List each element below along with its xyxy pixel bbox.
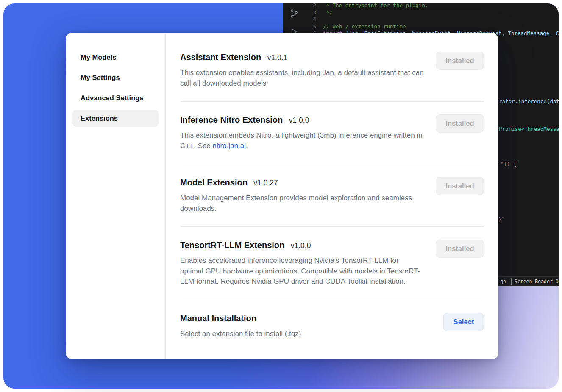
extension-row-model: Model Extension v1.0.27 Model Management…: [180, 164, 484, 227]
statusbar-screen-reader[interactable]: Screen Reader Optimized: [511, 278, 559, 285]
installed-button[interactable]: Installed: [436, 240, 484, 258]
settings-sidebar: My Models My Settings Advanced Settings …: [66, 33, 166, 359]
extension-row-assistant: Assistant Extension v1.0.1 This extensio…: [180, 52, 484, 102]
sidebar-item-advanced-settings[interactable]: Advanced Settings: [72, 90, 159, 106]
code-line: 4: [303, 16, 559, 23]
line-number: 4: [303, 16, 316, 23]
manual-installation-title: Manual Installation: [180, 314, 256, 323]
installed-button[interactable]: Installed: [436, 114, 484, 133]
extension-version: v1.0.27: [253, 179, 278, 187]
code-fragment: rator.inference(data));: [499, 98, 559, 105]
extension-description: This extension embeds Nitro, a lightweig…: [180, 130, 424, 151]
nitro-jan-ai-link[interactable]: nitro.jan.ai: [213, 142, 246, 150]
sidebar-item-my-models[interactable]: My Models: [72, 49, 159, 66]
manual-installation-description: Select an extension file to install (.tg…: [180, 329, 301, 340]
extension-description: Model Management Extension provides mode…: [180, 193, 424, 214]
line-number: 5: [303, 23, 316, 30]
sidebar-item-extensions[interactable]: Extensions: [72, 110, 159, 127]
source-control-icon[interactable]: [289, 8, 299, 20]
line-number: 3: [303, 9, 316, 17]
extension-name: TensortRT-LLM Extension: [180, 240, 284, 250]
code-lines: 2 * The entrypoint for the plugin. 3 */ …: [303, 3, 559, 37]
extensions-panel: Assistant Extension v1.0.1 This extensio…: [166, 33, 498, 359]
extension-version: v1.0.0: [289, 116, 309, 124]
statusbar-item-go[interactable]: go: [500, 279, 506, 284]
extension-version: v1.0.1: [267, 53, 288, 62]
code-line: 5 // Web / extension runtime: [303, 23, 559, 30]
extension-version: v1.0.0: [291, 241, 311, 250]
code-fragment: Promise<ThreadMessage>: [499, 126, 559, 132]
extension-row-tensorrt-llm: TensortRT-LLM Extension v1.0.0 Enables a…: [180, 227, 484, 300]
manual-installation-row: Manual Installation Select an extension …: [180, 300, 484, 352]
line-number: 2: [303, 3, 316, 9]
select-file-button[interactable]: Select: [443, 313, 484, 331]
installed-button[interactable]: Installed: [436, 177, 484, 195]
installed-button[interactable]: Installed: [436, 52, 484, 70]
extension-name: Inference Nitro Extension: [180, 115, 283, 124]
extension-name: Assistant Extension: [180, 52, 261, 62]
extension-row-inference-nitro: Inference Nitro Extension v1.0.0 This ex…: [180, 102, 484, 164]
code-line: 2 * The entrypoint for the plugin.: [303, 3, 559, 9]
sidebar-item-my-settings[interactable]: My Settings: [72, 69, 159, 86]
code-fragment: ")) {: [501, 161, 517, 167]
code-line: 3 */: [303, 9, 559, 17]
settings-modal: My Models My Settings Advanced Settings …: [66, 33, 498, 359]
extension-description: This extension enables assistants, inclu…: [180, 68, 424, 88]
extension-description: Enables accelerated inference leveraging…: [180, 256, 424, 287]
extension-name: Model Extension: [180, 178, 248, 187]
